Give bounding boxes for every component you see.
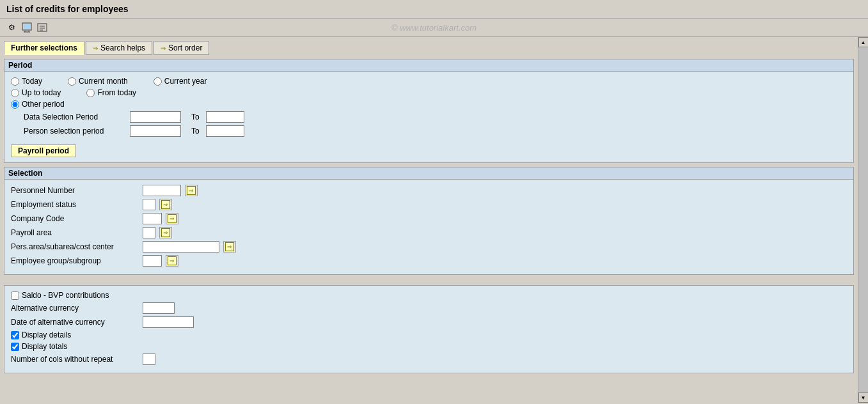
title-bar: List of credits for employees xyxy=(0,0,868,19)
radio-current-month[interactable]: Current month xyxy=(68,77,128,86)
employee-group-btn[interactable]: ⇒ xyxy=(166,255,178,267)
employment-status-label: Employment status xyxy=(11,200,139,209)
tab-sort-order[interactable]: ⇒ Sort order xyxy=(154,41,209,55)
selection-section-title: Selection xyxy=(4,167,853,180)
alternative-currency-label: Alternative currency xyxy=(11,304,139,313)
person-selection-period-row: Person selection period To xyxy=(24,125,847,137)
tab-search-helps-label: Search helps xyxy=(100,43,145,52)
personnel-number-label: Personnel Number xyxy=(11,186,139,195)
form-area: Further selections ⇒ Search helps ⇒ Sort… xyxy=(0,37,858,403)
page-title: List of credits for employees xyxy=(6,4,129,14)
payroll-area-btn[interactable]: ⇒ xyxy=(159,227,172,238)
data-selection-period-label: Data Selection Period xyxy=(24,113,126,121)
num-cols-label: Number of cols without repeat xyxy=(11,355,139,364)
radio-row-2: Up to today From today xyxy=(11,88,847,97)
person-selection-period-from[interactable] xyxy=(130,125,181,137)
personnel-number-row: Personnel Number ⇒ xyxy=(11,185,847,196)
tab-sort-order-label: Sort order xyxy=(168,43,202,52)
pers-area-input[interactable] xyxy=(143,241,219,252)
person-selection-period-label: Person selection period xyxy=(24,127,126,136)
display-totals-row: Display totals xyxy=(11,342,847,351)
alternative-currency-row: Alternative currency xyxy=(11,302,847,314)
display-totals-checkbox[interactable] xyxy=(11,343,19,351)
period-section-title: Period xyxy=(4,59,853,72)
tab-further-selections-label: Further selections xyxy=(11,43,77,52)
display-details-row: Display details xyxy=(11,330,847,339)
employee-group-input[interactable] xyxy=(143,255,162,267)
personnel-number-input[interactable] xyxy=(143,185,181,196)
data-selection-period-to-label: To xyxy=(191,113,200,121)
pers-area-btn[interactable]: ⇒ xyxy=(223,241,236,252)
radio-today[interactable]: Today xyxy=(11,77,42,86)
employment-status-input[interactable] xyxy=(143,199,155,210)
company-code-input[interactable] xyxy=(143,213,162,224)
tab-bar: Further selections ⇒ Search helps ⇒ Sort… xyxy=(4,41,854,55)
saldo-checkbox-row: Saldo - BVP contributions xyxy=(11,291,847,300)
tab-arrow-sort: ⇒ xyxy=(161,45,166,52)
period-section: Period Today Current month Current year xyxy=(4,59,854,163)
radio-row-1: Today Current month Current year xyxy=(11,77,847,86)
tab-arrow-search: ⇒ xyxy=(93,45,98,52)
date-alt-currency-input[interactable] xyxy=(143,316,194,328)
payroll-area-input[interactable] xyxy=(143,227,155,238)
data-selection-period-from[interactable] xyxy=(130,111,181,123)
employee-group-label: Employee group/subgroup xyxy=(11,256,139,265)
watermark: © www.tutorialkart.com xyxy=(391,23,477,33)
num-cols-input[interactable] xyxy=(143,354,155,365)
company-code-label: Company Code xyxy=(11,214,139,223)
saldo-checkbox[interactable] xyxy=(11,291,19,300)
radio-other-period[interactable]: Other period xyxy=(11,100,65,109)
toolbar: ⚙ © www.tutorialkart.com xyxy=(0,19,868,37)
payroll-area-label: Payroll area xyxy=(11,228,139,237)
company-code-row: Company Code ⇒ xyxy=(11,213,847,224)
scrollbar: ▲ ▼ xyxy=(858,37,868,403)
options-section: Saldo - BVP contributions Alternative cu… xyxy=(4,285,854,373)
selection-section: Selection Personnel Number ⇒ Employment … xyxy=(4,167,854,275)
employment-status-btn[interactable]: ⇒ xyxy=(159,199,172,210)
toolbar-icon-3[interactable] xyxy=(36,21,49,34)
pers-area-label: Pers.area/subarea/cost center xyxy=(11,242,139,251)
data-selection-period-row: Data Selection Period To xyxy=(24,111,847,123)
radio-row-3: Other period xyxy=(11,100,847,109)
data-selection-period-to[interactable] xyxy=(206,111,244,123)
display-details-checkbox[interactable] xyxy=(11,331,19,339)
date-alt-currency-label: Date of alternative currency xyxy=(11,318,139,327)
scroll-up-button[interactable]: ▲ xyxy=(858,37,869,47)
svg-rect-1 xyxy=(24,24,30,29)
period-section-body: Today Current month Current year xyxy=(4,72,853,162)
person-selection-period-to-label: To xyxy=(191,127,200,136)
tab-further-selections[interactable]: Further selections xyxy=(4,41,84,55)
toolbar-icon-1[interactable]: ⚙ xyxy=(5,21,18,34)
alternative-currency-input[interactable] xyxy=(143,302,175,314)
selection-section-body: Personnel Number ⇒ Employment status ⇒ C… xyxy=(4,180,853,274)
personnel-number-btn[interactable]: ⇒ xyxy=(185,185,198,196)
payroll-area-row: Payroll area ⇒ xyxy=(11,227,847,238)
tab-search-helps[interactable]: ⇒ Search helps xyxy=(86,41,152,55)
radio-current-year[interactable]: Current year xyxy=(154,77,207,86)
radio-up-to-today[interactable]: Up to today xyxy=(11,88,61,97)
employee-group-row: Employee group/subgroup ⇒ xyxy=(11,255,847,267)
display-details-label: Display details xyxy=(22,330,71,339)
person-selection-period-to[interactable] xyxy=(206,125,244,137)
pers-area-row: Pers.area/subarea/cost center ⇒ xyxy=(11,241,847,252)
scroll-down-button[interactable]: ▼ xyxy=(858,392,869,403)
payroll-period-button[interactable]: Payroll period xyxy=(11,144,76,157)
date-alt-currency-row: Date of alternative currency xyxy=(11,316,847,328)
saldo-label: Saldo - BVP contributions xyxy=(22,291,109,300)
toolbar-icon-2[interactable] xyxy=(20,21,33,34)
radio-from-today[interactable]: From today xyxy=(86,88,136,97)
display-totals-label: Display totals xyxy=(22,342,67,351)
employment-status-row: Employment status ⇒ xyxy=(11,199,847,210)
num-cols-row: Number of cols without repeat xyxy=(11,354,847,365)
company-code-btn[interactable]: ⇒ xyxy=(166,213,178,224)
